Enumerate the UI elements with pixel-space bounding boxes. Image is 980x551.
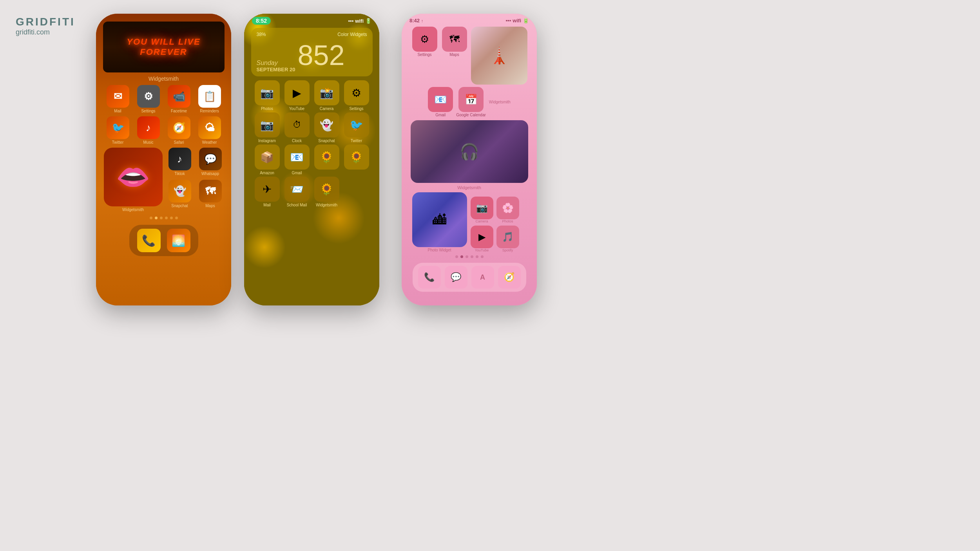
app-music[interactable]: ♪ Music [135,116,162,145]
dot-3 [160,217,163,219]
dot-pk-5 [476,255,478,258]
camera-photos-col: 📷 Camera 🌸 Photos ▶ YouTube 🎵 Spotify [470,197,497,252]
reminders-label: Reminders [200,109,219,113]
twitter-label: Twitter [112,140,123,145]
app-twitter-1[interactable]: 🐦 Twitter [105,116,131,145]
app-settings-pink[interactable]: ⚙ Settings [411,27,438,57]
clock-label-sf: Clock [292,139,302,143]
dot-pk-4 [471,255,473,258]
widgetsmith-widget-1: 👄 Widgetsmith [104,148,163,212]
app-camera-pink[interactable]: 📷 Camera [470,197,494,223]
mail-icon-sf: ✈ [255,177,280,202]
app-reminders[interactable]: 📋 Reminders [196,85,223,113]
app-clock-sf[interactable]: ⏱ Clock [284,112,310,143]
gcal-label-pink: Google Calendar [456,113,486,117]
photo-widget-label: Photo Widget [428,248,451,252]
app-weather-1[interactable]: 🌤 Weather [196,116,223,145]
snapchat-label-sf: Snapchat [318,139,335,143]
right-2col: ♪ Tiktok 💬 Whatsapp 👻 Snapchat 🗺 Maps [167,148,193,208]
schoolmail-icon-sf: 📨 [284,177,310,202]
app-snapchat-1[interactable]: 👻 Snapchat [167,180,193,208]
whatsapp-icon: 💬 [199,148,222,170]
photo-widget-container: 🏙 Photo Widget [412,192,467,252]
dock-sunset[interactable]: 🌅 [167,229,190,252]
whatsapp-label: Whatsapp [201,172,219,176]
youtube-icon-pink: ▶ [471,226,493,248]
youtube-icon-sf: ▶ [284,80,310,105]
app-safari[interactable]: 🧭 Safari [166,116,192,145]
lips-widget: 👄 [104,148,163,206]
app-snapchat-sf[interactable]: 👻 Snapchat [313,112,340,143]
maps-label-pink: Maps [449,52,459,57]
app-schoolmail-sf[interactable]: 📨 School Mail [284,177,310,207]
dock-messages-3[interactable]: 💬 [445,266,467,289]
settings-label-sf: Settings [349,107,363,111]
color-widgets-label: Color Widgets [337,32,367,37]
dock-compass-3[interactable]: 🧭 [498,266,521,289]
date-day: Sunday [257,60,295,67]
page-dots-3 [455,255,484,258]
app-gmail-sf[interactable]: 📧 Gmail [284,145,310,175]
phone-pink-inner: 8:42 ↑ ▪▪▪ wifi 🔋 ⚙ Settings 🗺 Maps 🗼 [402,14,537,305]
app-widgetsmith-sf[interactable]: 🌻 Widgetsmith [313,177,340,207]
pink-row2: 📧 Gmail 📅 Google Calendar Widgetsmith [422,86,516,118]
phone-sunflower-inner: 8:52 ▪▪▪ wifi 🔋 38% Color Widgets Sunday… [244,14,379,305]
youtube-label-pink: YouTube [475,248,489,252]
app-tiktok[interactable]: ♪ Tiktok [167,148,193,176]
app-grid-sf-4: ✈ Mail 📨 School Mail 🌻 Widgetsmith [248,176,375,208]
dock-3: 📞 💬 A 🧭 [413,263,526,292]
app-gcal-pink[interactable]: 📅 Google Calendar [456,87,486,117]
settings-icon: ⚙ [137,85,160,108]
app-youtube-sf[interactable]: ▶ YouTube [284,80,310,111]
app-youtube-pink[interactable]: ▶ YouTube [470,226,494,252]
app-instagram-sf[interactable]: 📷 Instagram [254,112,281,143]
app-photos-sf[interactable]: 📷 Photos [254,80,281,111]
camera-label-pink: Camera [475,219,488,223]
maps-icon-pink: 🗺 [442,27,467,52]
location-icon: ↑ [421,18,424,23]
facetime-label: Facetime [171,109,187,113]
photos-label-sf: Photos [261,107,273,111]
dock-appstore-3[interactable]: A [471,266,494,289]
app-whatsapp[interactable]: 💬 Whatsapp [197,148,224,176]
widgetsmith-label-sf: Widgetsmith [316,203,337,207]
weather-icon-1: 🌤 [198,116,221,139]
app-camera-sf[interactable]: 📸 Camera [313,80,340,111]
app-maps-1[interactable]: 🗺 Maps [197,180,224,208]
app-settings-sf[interactable]: ⚙ Settings [343,80,370,111]
app-settings-1[interactable]: ⚙ Settings [135,85,162,113]
app-facetime[interactable]: 📹 Facetime [166,85,192,113]
camera-icon-sf: 📸 [314,80,339,105]
app-gmail-pink[interactable]: 📧 Gmail [428,87,453,117]
clock-widget-2: 38% Color Widgets Sunday SEPTEMBER 20 85… [251,28,373,76]
widgetsmith-right-label: Widgetsmith [489,100,511,104]
instagram-label-sf: Instagram [258,139,275,143]
dot-4 [165,217,168,219]
app-twitter-sf[interactable]: 🐦 Twitter [343,112,370,143]
widgetsmith-large-label: Widgetsmith [457,185,481,190]
spotify-label-pink: Spotify [502,248,513,252]
dock-phone-3[interactable]: 📞 [418,266,441,289]
snapchat-icon-sf: 👻 [314,112,339,137]
widgetsmith-icon-sf: 🌻 [314,177,339,202]
app-spotify-pink[interactable]: 🎵 Spotify [496,226,520,252]
dock-1: 📞 🌅 [129,225,198,256]
app-grid-row2: 🐦 Twitter ♪ Music 🧭 Safari 🌤 Weather [98,115,229,146]
dot-2 [155,217,158,219]
settings-icon-pink: ⚙ [412,27,437,52]
pink-apps-top: ⚙ Settings 🗺 Maps 🗼 [406,25,533,86]
dock-phone-1[interactable]: 📞 [137,229,161,252]
brand: GRIDFITI gridfiti.com [16,16,75,36]
status-time-3: 8:42 ↑ [409,18,423,23]
wifi-icon-3: wifi [513,18,521,23]
sunflower-icon: 🌻 [314,145,339,170]
app-mail[interactable]: ✉ Mail [105,85,131,113]
music-icon: ♪ [137,116,160,139]
app-mail-sf[interactable]: ✈ Mail [254,177,281,207]
app-maps-pink[interactable]: 🗺 Maps [441,27,468,57]
app-amazon-sf[interactable]: 📦 Amazon [254,145,281,175]
brand-name: GRIDFITI [16,16,75,28]
app-photos-pink[interactable]: 🌸 Photos [496,197,520,223]
amazon-icon-sf: 📦 [255,145,280,170]
sunflower-2-sf: 🌻 [343,145,370,175]
